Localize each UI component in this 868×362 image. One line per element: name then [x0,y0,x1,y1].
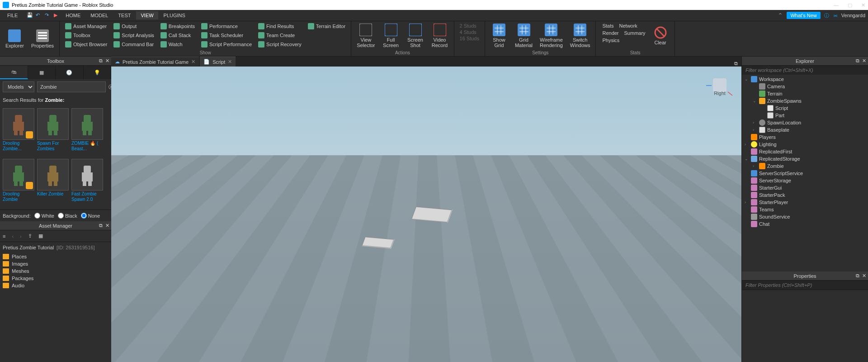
screen-shot-button[interactable]: ScreenShot [404,21,427,50]
tree-expand-icon[interactable]: › [753,120,757,125]
tab-game[interactable]: ☁ Pretius Zombie Tutorial Game ✕ [111,57,199,67]
tree-item-terrain[interactable]: Terrain [742,90,868,97]
toolbox-tab-inventory[interactable]: ▦ [28,66,56,79]
tree-item-script[interactable]: Script [742,105,868,112]
close-button[interactable]: ✕ [861,2,865,8]
ribbon-task-scheduler[interactable]: Task Scheduler [198,31,255,39]
toolbox-close-icon[interactable]: ✕ [105,58,109,64]
ribbon-watch[interactable]: Watch [158,40,198,48]
ribbon-breakpoints[interactable]: Breakpoints [158,22,198,30]
snap-16-studs[interactable]: 16 Studs [460,36,479,41]
tab-script[interactable]: 📄 Script ✕ [200,57,236,67]
ribbon-performance[interactable]: Performance [198,22,255,30]
tree-item-replicatedfirst[interactable]: ReplicatedFirst [742,148,868,155]
tree-expand-icon[interactable]: ⌄ [753,99,757,103]
share-icon[interactable]: ⫘ [833,13,838,18]
menu-file[interactable]: FILE [3,11,22,19]
assetmgr-undock-icon[interactable]: ⧉ [99,223,103,229]
tree-item-workspace[interactable]: ⌄Workspace [742,76,868,83]
folder-item[interactable]: Audio [3,282,108,289]
assetmgr-fwd-icon[interactable]: › [20,233,22,239]
ribbon-terrain-editor[interactable]: Terrain Editor [305,22,348,30]
whats-new-button[interactable]: What's New [787,12,820,19]
snap-2-studs[interactable]: 2 Studs [460,23,479,29]
toolbox-tab-marketplace[interactable]: 🛍 [0,66,28,79]
tree-item-camera[interactable]: Camera [742,83,868,90]
tree-item-baseplate[interactable]: ›Baseplate [742,126,868,133]
toolbox-search-input[interactable] [37,81,106,92]
tree-expand-icon[interactable]: › [753,128,757,132]
assetmgr-grid-icon[interactable]: ▦ [38,233,43,239]
properties-undock-icon[interactable]: ⧉ [856,273,859,279]
tree-item-players[interactable]: Players [742,133,868,141]
maximize-button[interactable]: ▢ [848,2,852,8]
folder-item[interactable]: Images [3,260,108,267]
tab-script-close-icon[interactable]: ✕ [228,59,232,65]
ribbon-find-results[interactable]: Find Results [255,22,304,30]
tree-item-starterplayer[interactable]: ›StarterPlayer [742,199,868,206]
tab-overflow-icon[interactable]: ⧉ [731,61,741,67]
help-icon[interactable]: ⓘ [824,12,829,19]
toolbox-item[interactable]: Drooling Zombie... [3,108,34,156]
tree-expand-icon[interactable]: ⌄ [745,157,749,161]
collapse-ribbon-icon[interactable]: ⌃ [778,12,783,19]
tree-expand-icon[interactable]: › [745,142,749,147]
assetmgr-menu-icon[interactable]: ≡ [3,233,5,239]
snap-4-studs[interactable]: 4 Studs [460,29,479,35]
tree-item-startergui[interactable]: StarterGui [742,184,868,191]
qat-undo-icon[interactable]: ↶ [36,12,42,19]
video-record-button[interactable]: VideoRecord [429,21,451,50]
ribbon-script-recovery[interactable]: Script Recovery [255,40,304,48]
show-grid-button[interactable]: ShowGrid [488,21,510,50]
tree-item-spawnlocation[interactable]: ›SpawnLocation [742,119,868,126]
menu-view[interactable]: VIEW [136,11,158,19]
tree-item-serverstorage[interactable]: ServerStorage [742,177,868,184]
toolbox-item[interactable]: Drooling Zombie [3,159,34,207]
bg-white-radio[interactable]: White [34,213,54,219]
tree-expand-icon[interactable]: › [753,164,757,168]
qat-save-icon[interactable]: 💾 [27,12,33,19]
tree-item-teams[interactable]: Teams [742,206,868,213]
viewport-3d[interactable]: Right [111,67,741,362]
folder-item[interactable]: Meshes [3,267,108,275]
tree-item-part[interactable]: Part [742,112,868,119]
properties-button[interactable]: Properties [28,21,57,56]
bg-none-radio[interactable]: None [81,213,100,219]
wireframe-button[interactable]: WireframeRendering [537,21,566,50]
ribbon-command-bar[interactable]: Command Bar [111,40,157,48]
toolbox-tab-creations[interactable]: 💡 [84,66,112,79]
toolbox-undock-icon[interactable]: ⧉ [99,58,103,64]
explorer-close-icon[interactable]: ✕ [862,58,866,64]
tree-item-serverscriptservice[interactable]: ServerScriptService [742,170,868,177]
full-screen-button[interactable]: FullScreen [380,21,402,50]
tree-expand-icon[interactable]: ⌄ [745,77,749,81]
tab-game-close-icon[interactable]: ✕ [191,59,195,65]
tree-item-soundservice[interactable]: SoundService [742,213,868,220]
ribbon-call-stack[interactable]: Call Stack [158,31,198,39]
toolbox-item[interactable]: Spawn For Zombies [37,108,69,156]
switch-windows-button[interactable]: SwitchWindows [567,21,593,50]
menu-home[interactable]: HOME [61,11,85,19]
toolbox-item[interactable]: ZOMBIE 🔥 ( Beast... [71,108,103,156]
ribbon-script-performance[interactable]: Script Performance [198,40,255,48]
physics-button[interactable]: Physics [602,38,645,43]
ribbon-asset-manager[interactable]: Asset Manager [62,22,110,30]
view-gizmo[interactable]: Right [706,75,733,97]
toolbox-item[interactable]: Killer Zombie [37,159,69,207]
properties-filter-input[interactable] [742,281,868,290]
ribbon-script-analysis[interactable]: Script Analysis [111,31,157,39]
ribbon-team-create[interactable]: Team Create [255,31,304,39]
tree-item-replicatedstorage[interactable]: ⌄ReplicatedStorage [742,155,868,162]
user-name[interactable]: Venngardd [841,13,865,18]
assetmgr-close-icon[interactable]: ✕ [105,223,109,229]
tree-expand-icon[interactable]: › [745,200,749,205]
network-button[interactable]: Network [619,23,637,29]
ribbon-output[interactable]: Output [111,22,157,30]
explorer-button[interactable]: Explorer [3,21,27,56]
properties-close-icon[interactable]: ✕ [862,273,866,279]
assetmgr-back-icon[interactable]: ‹ [12,233,14,239]
tree-item-starterpack[interactable]: StarterPack [742,191,868,199]
clear-button[interactable]: Clear [649,21,672,50]
ribbon-object-browser[interactable]: Object Browser [62,40,110,48]
menu-model[interactable]: MODEL [86,11,113,19]
